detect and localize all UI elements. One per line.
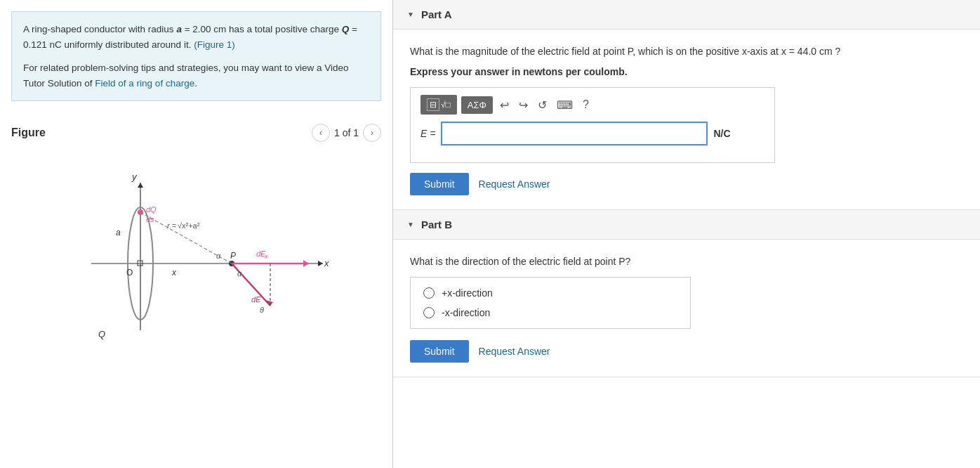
answer-input[interactable] — [441, 122, 708, 145]
figure-link[interactable]: (Figure 1) — [194, 39, 235, 50]
svg-marker-1 — [318, 261, 323, 266]
part-a-submit-button[interactable]: Submit — [410, 173, 469, 195]
svg-marker-22 — [303, 260, 309, 267]
figure-diagram: x y O a x P — [0, 155, 392, 351]
svg-text:dQ: dQ — [146, 205, 157, 214]
problem-intro-text: A ring-shaped conductor with radius — [23, 24, 174, 34]
part-a-content: What is the magnitude of the electric fi… — [393, 30, 980, 209]
option-plus-x-label: +x-direction — [442, 287, 493, 299]
right-panel: ▼ Part A What is the magnitude of the el… — [393, 0, 980, 468]
eq-label: E = — [421, 128, 435, 139]
radius-value: = 2.00 cm has a total positive charge — [185, 24, 339, 34]
part-b-header[interactable]: ▼ Part B — [393, 210, 980, 240]
part-b-options-box: +x-direction -x-direction — [410, 277, 691, 329]
svg-text:Q: Q — [98, 329, 105, 339]
part-b-question: What is the direction of the electric fi… — [410, 254, 963, 269]
option-minus-x-label: -x-direction — [442, 307, 490, 318]
greek-symbols-button[interactable]: ΑΣΦ — [461, 96, 493, 114]
figure-title: Figure — [11, 126, 46, 139]
part-a-chevron-icon: ▼ — [407, 11, 414, 18]
part-b-section: ▼ Part B What is the direction of the el… — [393, 210, 980, 377]
svg-marker-4 — [138, 183, 143, 188]
svg-text:x: x — [171, 268, 177, 278]
redo-button[interactable]: ↪ — [516, 96, 531, 115]
charge-variable: Q — [342, 24, 350, 34]
reset-button[interactable]: ↺ — [535, 96, 550, 115]
part-b-request-answer-link[interactable]: Request Answer — [479, 346, 550, 357]
part-a-section: ▼ Part A What is the magnitude of the el… — [393, 0, 980, 210]
svg-text:√x²+a²: √x²+a² — [178, 221, 200, 230]
part-b-action-row: Submit Request Answer — [410, 340, 963, 363]
math-toolbar: ⊟ √□ ΑΣΦ ↩ ↪ ↺ ⌨ — [421, 95, 764, 115]
part-a-header[interactable]: ▼ Part A — [393, 0, 980, 30]
svg-text:r =: r = — [167, 221, 177, 230]
svg-text:α: α — [216, 252, 221, 260]
figure-next-button[interactable]: › — [363, 124, 381, 142]
part-b-submit-button[interactable]: Submit — [410, 340, 469, 363]
figure-count: 1 of 1 — [334, 127, 359, 138]
help-button[interactable]: ? — [580, 96, 592, 114]
left-panel: A ring-shaped conductor with radius a = … — [0, 0, 393, 468]
svg-text:P: P — [230, 251, 236, 261]
part-b-chevron-icon: ▼ — [407, 221, 414, 228]
part-b-content: What is the direction of the electric fi… — [393, 240, 980, 376]
svg-text:x: x — [264, 253, 268, 260]
radio-plus-x-icon[interactable] — [423, 287, 435, 299]
option-minus-x[interactable]: -x-direction — [423, 307, 677, 318]
part-a-question: What is the magnitude of the electric fi… — [410, 44, 963, 59]
equation-row: E = N/C — [421, 122, 764, 145]
radius-variable: a — [176, 24, 182, 34]
svg-text:a: a — [116, 228, 121, 238]
figure-prev-button[interactable]: ‹ — [312, 124, 330, 142]
svg-text:y: y — [131, 171, 138, 182]
undo-button[interactable]: ↩ — [497, 96, 512, 115]
svg-text:x: x — [324, 258, 329, 268]
tip-link[interactable]: Field of a ring of charge — [95, 78, 194, 89]
figure-header: Figure ‹ 1 of 1 › — [0, 118, 392, 148]
svg-text:O: O — [126, 268, 133, 278]
keyboard-button[interactable]: ⌨ — [554, 96, 576, 115]
svg-text:dE: dE — [251, 295, 261, 304]
part-a-label: Part A — [421, 8, 452, 20]
part-a-input-area: ⊟ √□ ΑΣΦ ↩ ↪ ↺ ⌨ — [410, 87, 775, 163]
part-b-label: Part B — [421, 219, 452, 230]
svg-text:θ: θ — [260, 306, 264, 314]
option-plus-x[interactable]: +x-direction — [423, 287, 677, 299]
figure-area: x y O a x P — [0, 148, 392, 468]
part-a-request-answer-link[interactable]: Request Answer — [479, 178, 550, 190]
figure-svg: x y O a x P — [49, 162, 344, 344]
part-a-action-row: Submit Request Answer — [410, 173, 963, 195]
svg-text:α: α — [237, 269, 242, 278]
eq-unit: N/C — [713, 128, 730, 139]
problem-description: A ring-shaped conductor with radius a = … — [11, 11, 381, 101]
radio-minus-x-icon[interactable] — [423, 307, 435, 318]
fraction-radical-button[interactable]: ⊟ √□ — [421, 95, 457, 115]
figure-nav: ‹ 1 of 1 › — [312, 124, 381, 142]
part-a-express-label: Express your answer in newtons per coulo… — [410, 66, 963, 77]
